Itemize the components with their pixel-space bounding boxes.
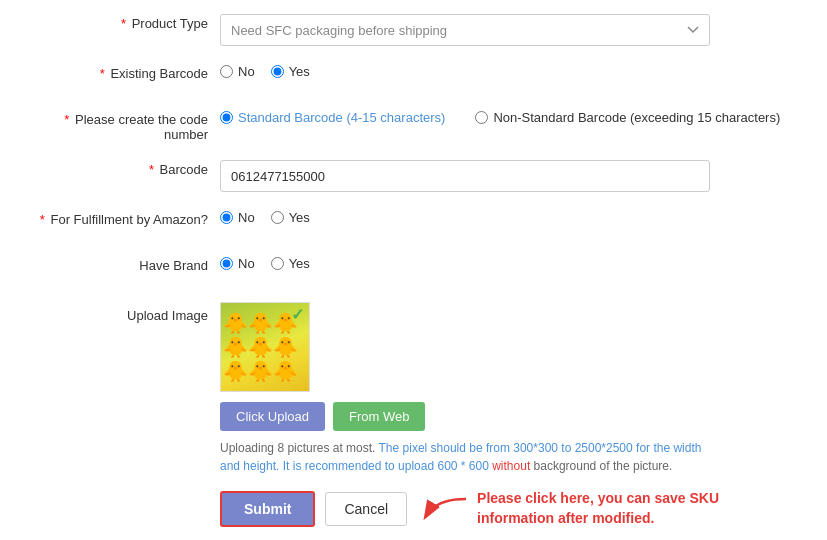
submit-button[interactable]: Submit: [220, 491, 315, 527]
upload-image-input-col: 🐥🐥🐥🐥🐥🐥🐥🐥🐥 ✓ Click Upload From Web Upload…: [220, 298, 807, 475]
code-number-input-col: Standard Barcode (4-15 characters) Non-S…: [220, 106, 807, 125]
hint-text: Please click here, you can save SKU info…: [477, 489, 737, 528]
click-upload-button[interactable]: Click Upload: [220, 402, 325, 431]
barcode-label: * Barcode: [20, 156, 220, 177]
image-preview: 🐥🐥🐥🐥🐥🐥🐥🐥🐥 ✓: [220, 302, 310, 392]
upload-image-row: Upload Image 🐥🐥🐥🐥🐥🐥🐥🐥🐥 ✓ Click Upload Fr…: [20, 298, 807, 475]
arrow-hint: Please click here, you can save SKU info…: [421, 489, 737, 528]
standard-barcode-label[interactable]: Standard Barcode (4-15 characters): [220, 110, 445, 125]
existing-barcode-no-radio[interactable]: [220, 65, 233, 78]
have-brand-no-radio[interactable]: [220, 257, 233, 270]
have-brand-no-label[interactable]: No: [220, 256, 255, 271]
image-checkmark: ✓: [291, 305, 304, 324]
arrow-icon: [421, 494, 471, 524]
barcode-input-col: [220, 156, 807, 192]
fulfillment-row: * For Fulfillment by Amazon? No Yes: [20, 206, 807, 238]
standard-barcode-radio[interactable]: [220, 111, 233, 124]
product-type-label: * Product Type: [20, 10, 220, 31]
barcode-row: * Barcode: [20, 156, 807, 192]
cancel-button[interactable]: Cancel: [325, 492, 407, 526]
barcode-input[interactable]: [220, 160, 710, 192]
fulfillment-input-col: No Yes: [220, 206, 807, 225]
product-type-row: * Product Type Need SFC packaging before…: [20, 10, 807, 46]
fulfillment-no-radio[interactable]: [220, 211, 233, 224]
fulfillment-label: * For Fulfillment by Amazon?: [20, 206, 220, 227]
fulfillment-yes-radio[interactable]: [271, 211, 284, 224]
existing-barcode-no-label[interactable]: No: [220, 64, 255, 79]
fulfillment-yes-label[interactable]: Yes: [271, 210, 310, 225]
have-brand-input-col: No Yes: [220, 252, 807, 271]
existing-barcode-label: * Existing Barcode: [20, 60, 220, 81]
product-type-select[interactable]: Need SFC packaging before shipping: [220, 14, 710, 46]
existing-barcode-row: * Existing Barcode No Yes: [20, 60, 807, 92]
non-standard-barcode-label[interactable]: Non-Standard Barcode (exceeding 15 chara…: [475, 110, 780, 125]
upload-buttons: Click Upload From Web: [220, 402, 425, 431]
upload-image-container: 🐥🐥🐥🐥🐥🐥🐥🐥🐥 ✓ Click Upload From Web Upload…: [220, 302, 710, 475]
have-brand-yes-label[interactable]: Yes: [271, 256, 310, 271]
have-brand-label: Have Brand: [20, 252, 220, 273]
upload-image-label: Upload Image: [20, 298, 220, 323]
submit-row: Submit Cancel Please click here, you can…: [20, 489, 807, 528]
existing-barcode-yes-radio[interactable]: [271, 65, 284, 78]
have-brand-row: Have Brand No Yes: [20, 252, 807, 284]
fulfillment-radio-group: No Yes: [220, 210, 310, 225]
code-number-label: * Please create the code number: [20, 106, 220, 142]
existing-barcode-input-col: No Yes: [220, 60, 807, 79]
have-brand-yes-radio[interactable]: [271, 257, 284, 270]
upload-hint: Uploading 8 pictures at most. The pixel …: [220, 439, 710, 475]
non-standard-barcode-radio[interactable]: [475, 111, 488, 124]
image-preview-inner: 🐥🐥🐥🐥🐥🐥🐥🐥🐥 ✓: [221, 303, 309, 391]
code-number-row: * Please create the code number Standard…: [20, 106, 807, 142]
product-type-input-col: Need SFC packaging before shipping: [220, 10, 807, 46]
existing-barcode-radio-group: No Yes: [220, 64, 310, 79]
from-web-button[interactable]: From Web: [333, 402, 425, 431]
barcode-type-radio-group: Standard Barcode (4-15 characters) Non-S…: [220, 110, 780, 125]
fulfillment-no-label[interactable]: No: [220, 210, 255, 225]
have-brand-radio-group: No Yes: [220, 256, 310, 271]
existing-barcode-yes-label[interactable]: Yes: [271, 64, 310, 79]
